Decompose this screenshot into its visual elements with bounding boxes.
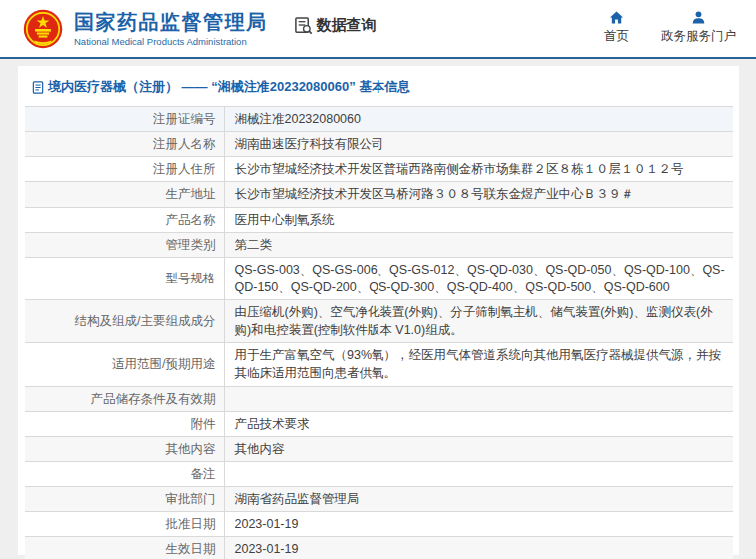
row-label: 生效日期	[25, 537, 224, 559]
table-row: 附件产品技术要求	[25, 411, 733, 436]
table-row: 产品储存条件及有效期	[25, 386, 733, 411]
row-label: 审批部门	[25, 487, 224, 512]
page-content: 境内医疗器械（注册） —— “湘械注准20232080060” 基本信息 注册证…	[0, 59, 756, 559]
row-value: 长沙市望城经济技术开发区普瑞西路南侧金桥市场集群２区８栋１０层１０１２号	[224, 157, 733, 182]
table-row: 注册人住所长沙市望城经济技术开发区普瑞西路南侧金桥市场集群２区８栋１０层１０１２…	[25, 157, 733, 182]
nav-item-label: 政务服务门户	[661, 28, 736, 45]
table-row: 批准日期2023-01-19	[25, 512, 733, 537]
row-label: 适用范围/预期用途	[25, 343, 224, 386]
info-panel: 境内医疗器械（注册） —— “湘械注准20232080060” 基本信息 注册证…	[18, 66, 739, 555]
nmpa-emblem-logo	[22, 8, 64, 50]
table-row: 型号规格QS-GS-003、QS-GS-006、QS-GS-012、QS-QD-…	[25, 257, 733, 299]
row-label: 注册人住所	[25, 157, 224, 182]
table-row: 生产地址长沙市望城经济技术开发区马桥河路３０８号联东金煜产业中心Ｂ３９＃	[25, 182, 733, 207]
nav-item-gov-portal[interactable]: 政务服务门户	[661, 10, 736, 45]
row-value: 湘械注准20232080060	[224, 107, 733, 132]
row-value: 医用中心制氧系统	[224, 207, 733, 232]
table-row: 生效日期2023-01-19	[25, 537, 733, 559]
row-value: 产品技术要求	[224, 411, 733, 436]
table-row: 其他内容其他内容	[25, 436, 733, 461]
table-row: 注册证编号湘械注准20232080060	[25, 107, 733, 132]
nav-item-home[interactable]: 首页	[604, 10, 629, 45]
row-label: 生产地址	[25, 182, 224, 207]
info-table-body: 注册证编号湘械注准20232080060注册人名称湖南曲速医疗科技有限公司注册人…	[25, 107, 733, 559]
row-value: 由压缩机(外购)、空气净化装置(外购)、分子筛制氧主机、储气装置(外购)、监测仪…	[224, 300, 733, 343]
document-search-icon	[294, 16, 313, 35]
document-icon	[32, 81, 44, 94]
row-label: 附件	[25, 411, 224, 436]
row-value: 湖南省药品监督管理局	[224, 487, 733, 512]
row-value: 其他内容	[224, 436, 733, 461]
table-row: 产品名称医用中心制氧系统	[25, 207, 733, 232]
row-label: 备注	[25, 461, 224, 486]
table-row: 审批部门湖南省药品监督管理局	[25, 487, 733, 512]
row-value: 用于生产富氧空气（93%氧），经医用气体管道系统向其他用氧医疗器械提供气源，并按…	[224, 343, 733, 386]
nav-item-label: 首页	[604, 28, 629, 45]
header-nav: 首页 政务服务门户	[604, 10, 742, 45]
row-value: 2023-01-19	[224, 512, 733, 537]
row-value	[224, 461, 733, 486]
org-name-en: National Medical Products Administration	[74, 36, 268, 47]
table-row: 管理类别第二类	[25, 232, 733, 257]
row-label: 型号规格	[25, 257, 224, 299]
site-header: 国家药品监督管理局 National Medical Products Admi…	[0, 0, 756, 57]
row-value: 2023-01-19	[224, 537, 733, 559]
data-query-label: 数据查询	[317, 16, 377, 35]
row-value: 湖南曲速医疗科技有限公司	[224, 132, 733, 157]
row-label: 产品储存条件及有效期	[25, 386, 224, 411]
brand-block: 国家药品监督管理局 National Medical Products Admi…	[74, 11, 268, 47]
page-title: 境内医疗器械（注册） —— “湘械注准20232080060” 基本信息	[48, 78, 410, 96]
row-label: 注册人名称	[25, 132, 224, 157]
row-value: 长沙市望城经济技术开发区马桥河路３０８号联东金煜产业中心Ｂ３９＃	[224, 182, 733, 207]
row-label: 其他内容	[25, 436, 224, 461]
row-value: QS-GS-003、QS-GS-006、QS-GS-012、QS-QD-030、…	[224, 257, 733, 299]
row-label: 注册证编号	[25, 107, 224, 132]
row-value	[224, 386, 733, 411]
row-label: 批准日期	[25, 512, 224, 537]
row-label: 结构及组成/主要组成成分	[25, 300, 224, 343]
table-row: 注册人名称湖南曲速医疗科技有限公司	[25, 132, 733, 157]
registration-info-table: 注册证编号湘械注准20232080060注册人名称湖南曲速医疗科技有限公司注册人…	[25, 106, 733, 559]
home-icon	[609, 10, 624, 25]
row-label: 产品名称	[25, 207, 224, 232]
org-name-cn: 国家药品监督管理局	[74, 11, 268, 34]
row-label: 管理类别	[25, 232, 224, 257]
table-row: 结构及组成/主要组成成分由压缩机(外购)、空气净化装置(外购)、分子筛制氧主机、…	[25, 300, 733, 343]
page-title-row: 境内医疗器械（注册） —— “湘械注准20232080060” 基本信息	[25, 76, 733, 106]
data-query-section: 数据查询	[294, 16, 377, 35]
table-row: 备注	[25, 461, 733, 486]
table-row: 适用范围/预期用途用于生产富氧空气（93%氧），经医用气体管道系统向其他用氧医疗…	[25, 343, 733, 386]
row-value: 第二类	[224, 232, 733, 257]
user-icon	[691, 10, 706, 25]
